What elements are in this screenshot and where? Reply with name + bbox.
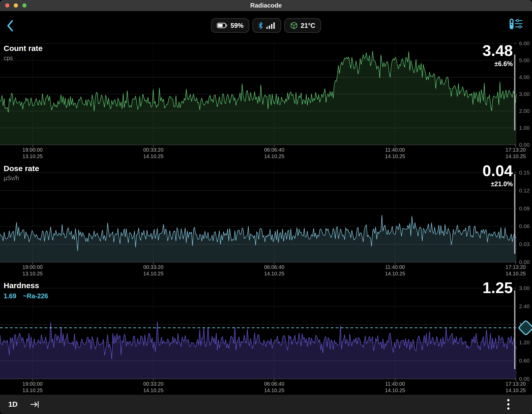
dose-rate-uncertainty: ±21.0% (482, 180, 513, 188)
chart-header: Dose rate µSv/h (4, 164, 39, 182)
current-reading: 1.25 (482, 280, 513, 296)
x-tick-label: 11:40:0014.10.25 (385, 147, 405, 160)
chart-header: Count rate cps (4, 44, 43, 62)
bluetooth-status[interactable] (252, 18, 281, 33)
x-tick-label: 06:06:4014.10.25 (264, 264, 284, 277)
zoom-button[interactable] (22, 3, 26, 8)
chart-title: Count rate (4, 44, 43, 53)
hardness-ref-value: 1.69 (4, 292, 16, 300)
y-tick-label: 0.00 (519, 259, 530, 265)
y-axis-labels: 0.150.120.090.060.030.00 (519, 163, 532, 262)
time-range-button[interactable]: 1D (8, 400, 18, 409)
x-tick-label: 19:00:0013.10.25 (22, 264, 43, 277)
y-tick-label: 0.00 (519, 376, 530, 382)
isotope-annotation: 1.69 ~Ra-226 (4, 292, 48, 300)
battery-percentage: 59% (231, 22, 244, 29)
y-tick-label: 3.00 (519, 285, 530, 291)
y-tick-label: 0.06 (519, 223, 530, 229)
hardness-value: 1.25 (482, 280, 513, 296)
chart-title: Dose rate (4, 164, 39, 173)
app-window: Radiacode 59% (0, 0, 532, 414)
dose-rate-plot (0, 163, 516, 262)
y-tick-label: 1.00 (519, 125, 530, 131)
battery-status[interactable]: 59% (211, 18, 249, 33)
y-tick-label: 0.12 (519, 187, 530, 194)
chart-unit: cps (4, 55, 43, 62)
dose-rate-chart[interactable]: Dose rate µSv/h 0.04 ±21.0% 0.150.120.09… (0, 163, 516, 262)
isotope-label: ~Ra-226 (23, 292, 48, 300)
cube-icon (290, 22, 298, 29)
signal-bars-icon (266, 22, 276, 29)
minimize-button[interactable] (14, 3, 18, 8)
x-tick-label: 11:40:0014.10.25 (385, 381, 405, 394)
x-tick-label: 17:13:2014.10.25 (506, 381, 526, 394)
count-rate-uncertainty: ±6.6% (482, 60, 513, 68)
traffic-lights (5, 0, 26, 11)
x-tick-label: 19:00:0013.10.25 (22, 381, 43, 394)
device-temperature[interactable]: 21°C (284, 18, 321, 33)
x-tick-label: 06:06:4014.10.25 (264, 147, 284, 160)
count-rate-chart[interactable]: Count rate cps 3.48 ±6.6% 6.005.004.003.… (0, 42, 516, 145)
bluetooth-icon (258, 22, 263, 29)
battery-icon (217, 22, 228, 29)
count-rate-plot (0, 42, 516, 145)
y-tick-label: 6.00 (519, 40, 530, 47)
count-rate-value: 3.48 (482, 43, 513, 59)
current-reading: 0.04 ±21.0% (482, 163, 513, 188)
y-tick-label: 0.60 (519, 358, 530, 364)
y-tick-label: 1.20 (519, 339, 530, 346)
x-tick-label: 11:40:0014.10.25 (385, 264, 405, 277)
y-tick-label: 3.00 (519, 91, 530, 97)
y-tick-label: 5.00 (519, 57, 530, 63)
back-button[interactable] (6, 19, 15, 32)
chart-header: Hardness 1.69 ~Ra-226 (4, 281, 48, 300)
close-button[interactable] (5, 3, 9, 8)
x-tick-label: 06:06:4014.10.25 (264, 381, 284, 394)
hardness-plot (0, 280, 516, 379)
y-tick-label: 2.00 (519, 108, 530, 114)
x-tick-label: 17:13:2014.10.25 (506, 147, 526, 160)
jump-to-latest-button[interactable] (30, 399, 40, 410)
hardness-chart[interactable]: Hardness 1.69 ~Ra-226 1.25 3.002.401.801… (0, 280, 516, 379)
y-tick-label: 4.00 (519, 74, 530, 80)
temperature-value: 21°C (301, 22, 315, 29)
bottom-toolbar: 1D (0, 395, 532, 414)
device-settings-icon (510, 19, 522, 29)
x-tick-label: 00:33:2014.10.25 (143, 147, 163, 160)
arrow-to-end-icon (31, 402, 38, 407)
title-bar: Radiacode (0, 0, 532, 11)
y-tick-label: 0.15 (519, 170, 530, 176)
y-tick-label: 0.03 (519, 241, 530, 247)
x-tick-label: 17:13:2014.10.25 (506, 264, 526, 277)
y-tick-label: 2.40 (519, 303, 530, 309)
toolbar: 59% 21°C (0, 11, 532, 36)
chart-unit: µSv/h (4, 175, 39, 182)
y-axis-labels: 6.005.004.003.002.001.000.00 (519, 42, 532, 145)
chevron-left-icon (8, 21, 12, 31)
y-tick-label: 0.00 (519, 142, 530, 148)
x-tick-label: 00:33:2014.10.25 (143, 381, 163, 394)
device-settings-button[interactable] (509, 17, 523, 31)
chart-title: Hardness (4, 281, 48, 290)
x-tick-label: 00:33:2014.10.25 (143, 264, 163, 277)
x-tick-label: 19:00:0013.10.25 (22, 147, 43, 160)
overflow-menu-button[interactable] (507, 398, 510, 410)
dose-rate-value: 0.04 (482, 163, 513, 179)
window-title: Radiacode (250, 2, 282, 9)
kebab-menu-icon (507, 399, 510, 410)
y-tick-label: 0.09 (519, 205, 530, 212)
current-reading: 3.48 ±6.6% (482, 43, 513, 68)
status-pills: 59% 21°C (211, 18, 321, 33)
